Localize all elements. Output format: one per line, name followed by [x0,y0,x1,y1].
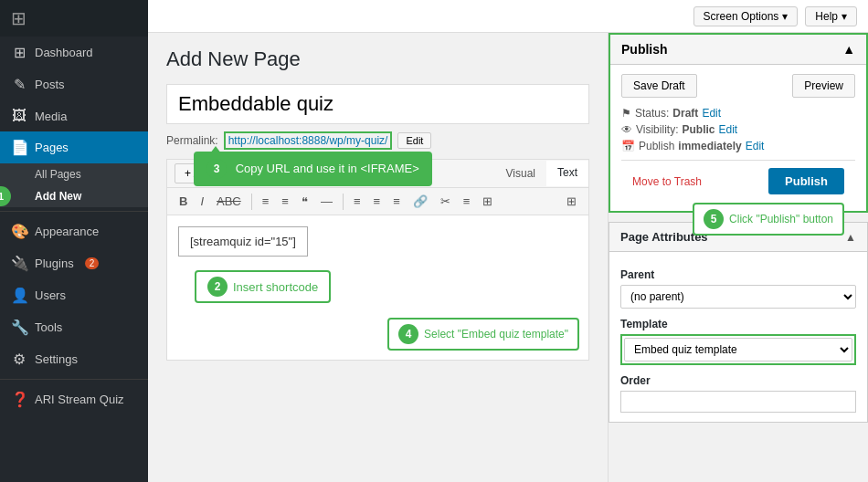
publish-time: immediately [678,140,741,152]
step2-tooltip: 2 Insert shortcode [195,270,331,303]
sidebar-item-tools[interactable]: 🔧 Tools [0,311,148,343]
toolbar-align-center[interactable]: ≡ [369,192,386,211]
content-area: Add New Page Permalink: http://localhost… [148,33,868,482]
toolbar-blockquote[interactable]: ❝ [297,192,312,211]
toolbar-ol[interactable]: ≡ [277,192,293,211]
template-select[interactable]: Embed quiz template [624,338,852,362]
visibility-edit-link[interactable]: Edit [718,123,737,136]
page-title-input[interactable] [166,84,589,124]
step5-text: Click "Publish" button [729,213,833,225]
publish-box-header: Publish ▲ [610,35,866,65]
sidebar-item-label: Tools [35,320,62,334]
toolbar-italic[interactable]: I [196,192,208,211]
toolbar-strikethrough[interactable]: ABC [212,192,246,211]
publish-box: Publish ▲ Save Draft Preview ⚑ Status: D… [609,33,868,213]
shortcode-display: [streamquiz id="15"] [178,226,308,257]
step5-tooltip: 5 Click "Publish" button [693,203,844,236]
publish-time-row: 📅 Publish immediately Edit [621,140,855,152]
step3-circle: 3 [206,159,227,179]
move-to-trash-link[interactable]: Move to Trash [632,175,702,188]
plus-icon: + [185,167,191,180]
page-title: Add New Page [166,47,589,71]
sidebar-item-label: Posts [35,78,65,91]
order-input[interactable] [620,391,856,413]
visibility-label: Visibility: [636,123,678,136]
toolbar-align-left[interactable]: ≡ [349,192,365,211]
shortcode-content: [streamquiz id="15"] [190,235,296,248]
step5-circle: 5 [704,209,724,229]
posts-icon: ✎ [11,76,27,93]
sidebar-item-label: Dashboard [35,46,93,59]
publish-visibility-row: 👁 Visibility: Public Edit [621,123,855,136]
publish-status-row: ⚑ Status: Draft Edit [621,107,855,120]
help-button[interactable]: Help ▾ [805,6,857,26]
sidebar-item-ari-stream-quiz[interactable]: ❓ ARI Stream Quiz [0,383,148,415]
toolbar-more[interactable]: ≡ [459,192,475,211]
sidebar-item-appearance[interactable]: 🎨 Appearance [0,215,148,247]
permalink-edit-button[interactable]: Edit [397,132,431,149]
publish-footer: Move to Trash Publish 5 Click "Publish" … [621,160,855,202]
order-label: Order [620,374,856,387]
toolbar-unlink[interactable]: ✂ [436,192,455,211]
page-attributes-box: Page Attributes ▲ Parent (no parent) Tem… [609,222,868,423]
status-edit-link[interactable]: Edit [702,107,721,120]
sidebar-item-label: ARI Stream Quiz [35,393,124,406]
sidebar-item-posts[interactable]: ✎ Posts [0,68,148,100]
sidebar: ⊞ ⊞ Dashboard ✎ Posts 🖼 Media 📄 Pages Al… [0,0,148,482]
editor-toolbar: B I ABC ≡ ≡ ❝ — ≡ ≡ ≡ 🔗 ✂ ≡ ⊞ ⊞ [166,187,589,215]
sidebar-item-add-new[interactable]: Add New 1 [0,185,148,207]
ari-icon: ❓ [11,391,27,408]
preview-button[interactable]: Preview [792,74,855,98]
sidebar-item-all-pages[interactable]: All Pages [0,163,148,185]
save-draft-button[interactable]: Save Draft [621,74,697,98]
tab-visual[interactable]: Visual [495,161,546,186]
editor-body[interactable]: [streamquiz id="15"] 2 Insert shortcode … [166,215,589,361]
toolbar-fullscreen[interactable]: ⊞ [478,192,497,211]
sidebar-item-label: Pages [35,141,69,154]
step4-tooltip: 4 Select "Embed quiz template" [387,318,579,351]
tab-text[interactable]: Text [546,161,588,186]
sidebar-item-media[interactable]: 🖼 Media [0,100,148,131]
right-panel: Publish ▲ Save Draft Preview ⚑ Status: D… [608,33,868,482]
sidebar-item-settings[interactable]: ⚙ Settings [0,343,148,375]
settings-icon: ⚙ [11,351,27,368]
step2-circle: 2 [207,277,228,297]
help-label: Help [815,10,838,23]
toolbar-table[interactable]: ⊞ [562,192,581,211]
sidebar-item-plugins[interactable]: 🔌 Plugins 2 [0,247,148,279]
publish-button[interactable]: Publish [768,168,844,194]
parent-label: Parent [620,268,856,281]
sidebar-item-users[interactable]: 👤 Users [0,279,148,311]
toolbar-link[interactable]: 🔗 [408,192,432,211]
toolbar-hr[interactable]: — [316,192,337,211]
publish-box-body: Save Draft Preview ⚑ Status: Draft Edit … [610,65,866,211]
sidebar-item-label: Users [35,288,66,302]
toolbar-divider-2 [343,194,344,210]
pages-icon: 📄 [11,139,27,156]
visibility-value: Public [682,123,715,136]
tools-icon: 🔧 [11,319,27,336]
sidebar-item-dashboard[interactable]: ⊞ Dashboard [0,37,148,68]
step3-tooltip: 3 Copy URL and use it in <IFRAME> [194,152,432,186]
permalink-url[interactable]: http://localhost:8888/wp/my-quiz/ [224,131,393,150]
media-icon: 🖼 [11,108,27,124]
toolbar-align-right[interactable]: ≡ [388,192,405,211]
status-value: Draft [672,107,698,120]
page-attributes-toggle-icon[interactable]: ▲ [845,231,856,244]
parent-select[interactable]: (no parent) [620,285,856,309]
sidebar-item-label: Plugins [35,257,74,270]
toolbar-ul[interactable]: ≡ [258,192,274,211]
toolbar-bold[interactable]: B [175,192,192,211]
dashboard-icon: ⊞ [11,44,27,61]
publish-label: Publish [639,140,674,152]
screen-options-chevron-icon: ▾ [782,10,788,23]
step3-text: Copy URL and use it in <IFRAME> [236,162,419,175]
status-label: Status: [635,107,669,120]
toolbar-divider-1 [251,194,252,210]
publish-time-edit-link[interactable]: Edit [746,140,765,152]
screen-options-button[interactable]: Screen Options ▾ [693,6,799,26]
sidebar-item-pages[interactable]: 📄 Pages [0,131,148,163]
publish-toggle-icon[interactable]: ▲ [842,42,855,57]
editor-panel: Add New Page Permalink: http://localhost… [148,33,608,482]
editor-view-tabs: Visual Text [495,161,588,186]
